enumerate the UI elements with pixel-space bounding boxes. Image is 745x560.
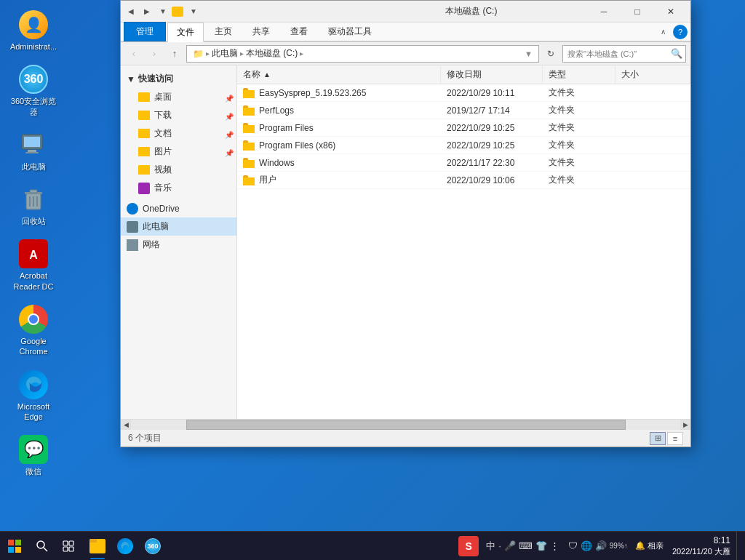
- svg-point-16: [37, 541, 44, 548]
- horizontal-scrollbar[interactable]: ◀ ▶: [121, 419, 690, 429]
- network-tray-icon[interactable]: 🌐: [581, 540, 592, 551]
- sidebar-item-desktop[interactable]: 桌面 📌: [121, 88, 236, 106]
- start-button[interactable]: [0, 532, 29, 561]
- punctuation-icon[interactable]: ·: [498, 540, 501, 551]
- volume-icon[interactable]: 🔊: [595, 540, 607, 551]
- chinese-input-icon[interactable]: 中: [486, 540, 495, 553]
- quick-access-header[interactable]: ▼ 快速访问: [121, 70, 236, 88]
- ribbon-tab-drivetools[interactable]: 驱动器工具: [319, 22, 381, 41]
- ribbon-tab-share[interactable]: 共享: [243, 22, 279, 41]
- close-button[interactable]: ✕: [654, 1, 688, 23]
- sidebar-thispc-label: 此电脑: [143, 220, 169, 233]
- menu-icon[interactable]: ⋮: [550, 540, 559, 551]
- col-header-size[interactable]: 大小: [615, 65, 690, 84]
- settings-icon[interactable]: 👕: [535, 540, 547, 551]
- scroll-left-button[interactable]: ◀: [121, 420, 131, 430]
- address-dropdown-btn[interactable]: ▼: [525, 49, 533, 58]
- file-name-cell: 用户: [237, 174, 441, 186]
- maximize-button[interactable]: □: [621, 1, 654, 23]
- taskbar-file-explorer-icon[interactable]: [84, 532, 111, 561]
- sidebar-item-thispc[interactable]: 此电脑: [121, 217, 236, 236]
- quick-access-back-btn[interactable]: ◀: [124, 4, 138, 19]
- taskbar-tray: 中 · 🎤 ⌨ 👕 ⋮: [482, 540, 564, 553]
- table-row[interactable]: Program Files 2022/10/29 10:25 文件夹: [237, 119, 690, 137]
- mic-icon[interactable]: 🎤: [504, 540, 516, 551]
- taskbar-360-icon-btn[interactable]: 360: [140, 532, 166, 561]
- folder-icon: [243, 140, 255, 151]
- edge-taskbar-icon: [117, 538, 133, 554]
- sidebar-item-downloads[interactable]: 下载 📌: [121, 106, 236, 124]
- address-bar[interactable]: 📁 ▸ 此电脑 ▸ 本地磁盘 (C:) ▸ ▼: [186, 45, 539, 63]
- sidebar-item-music[interactable]: 音乐: [121, 179, 236, 197]
- title-bar: ◀ ▶ ▼ ▼ 本地磁盘 (C:) ─ □ ✕: [121, 1, 690, 23]
- onedrive-icon: [127, 203, 138, 215]
- pictures-pin-icon: 📌: [225, 149, 231, 155]
- table-row[interactable]: EasySysprep_5.19.523.265 2022/10/29 10:1…: [237, 84, 690, 102]
- ribbon-tab-file[interactable]: 文件: [167, 23, 204, 42]
- sidebar-item-pictures[interactable]: 图片 📌: [121, 143, 236, 161]
- file-explorer-window: ◀ ▶ ▼ ▼ 本地磁盘 (C:) ─ □ ✕ 管理 文件 主页 共享 查看 驱…: [120, 0, 691, 447]
- ribbon-tab-home[interactable]: 主页: [205, 22, 242, 41]
- customize-btn[interactable]: ▼: [186, 4, 201, 19]
- sidebar-item-videos[interactable]: 视频: [121, 161, 236, 179]
- taskbar-search-button[interactable]: [29, 532, 55, 561]
- title-bar-left: ◀ ▶ ▼ ▼: [124, 4, 356, 19]
- shield-icon[interactable]: 🛡: [568, 540, 578, 551]
- keyboard-icon[interactable]: ⌨: [519, 540, 533, 551]
- table-row[interactable]: Program Files (x86) 2022/10/29 10:25 文件夹: [237, 137, 690, 154]
- desktop-icon-thispc[interactable]: 此电脑: [7, 127, 60, 175]
- ribbon-tab-manage[interactable]: 管理: [124, 22, 166, 41]
- quick-access-forward-btn[interactable]: ▶: [140, 4, 154, 19]
- quick-access-down-btn[interactable]: ▼: [156, 4, 170, 19]
- desktop: 👤 Administrat... 360 360安全浏览器: [0, 0, 745, 531]
- sidebar-item-onedrive[interactable]: OneDrive: [121, 200, 236, 217]
- table-row[interactable]: Windows 2022/11/17 22:30 文件夹: [237, 154, 690, 172]
- search-bar[interactable]: 🔍: [562, 45, 686, 63]
- taskbar-edge-icon-btn[interactable]: [112, 532, 138, 561]
- music-icon: [138, 183, 150, 194]
- ribbon-tab-view[interactable]: 查看: [281, 22, 317, 41]
- sidebar-item-documents[interactable]: 文档 📌: [121, 124, 236, 143]
- col-header-name[interactable]: 名称 ▲: [237, 65, 441, 84]
- show-desktop-button[interactable]: [736, 532, 741, 561]
- s-icon[interactable]: S: [458, 536, 479, 556]
- minimize-button[interactable]: ─: [587, 1, 621, 23]
- scroll-thumb[interactable]: [186, 420, 626, 430]
- table-row[interactable]: 用户 2022/10/29 10:06 文件夹: [237, 172, 690, 189]
- search-icon[interactable]: 🔍: [671, 48, 682, 59]
- scroll-right-button[interactable]: ▶: [680, 420, 690, 430]
- ribbon: 管理 文件 主页 共享 查看 驱动器工具 ∧ ?: [121, 23, 690, 42]
- sidebar-item-network[interactable]: 网络: [121, 236, 236, 254]
- scroll-track[interactable]: [131, 420, 680, 430]
- col-header-type[interactable]: 类型: [543, 65, 615, 84]
- network-icon: [127, 239, 138, 251]
- address-thispc: 📁: [193, 49, 204, 59]
- list-view-button[interactable]: ≡: [667, 432, 683, 445]
- ribbon-collapse-btn[interactable]: ∧: [656, 25, 670, 39]
- desktop-icon-wechat[interactable]: 💬 微信: [7, 432, 60, 479]
- desktop-icon-360browser[interactable]: 360 360安全浏览器: [7, 62, 60, 120]
- grid-view-button[interactable]: ⊞: [650, 432, 666, 445]
- svg-rect-12: [8, 540, 14, 545]
- desktop-icon-chrome[interactable]: Google Chrome: [7, 302, 60, 360]
- forward-button[interactable]: ›: [146, 45, 163, 63]
- ribbon-help-btn[interactable]: ?: [673, 25, 688, 39]
- status-bar: 6 个项目 ⊞ ≡: [121, 429, 690, 447]
- file-name: Program Files (x86): [259, 140, 335, 151]
- up-button[interactable]: ↑: [166, 45, 183, 63]
- file-name-cell: PerfLogs: [237, 105, 441, 116]
- search-input[interactable]: [567, 49, 668, 58]
- refresh-button[interactable]: ↻: [542, 45, 559, 63]
- svg-rect-20: [63, 547, 68, 551]
- file-type: 文件夹: [543, 139, 615, 151]
- file-modified: 2022/10/29 10:25: [441, 140, 543, 151]
- desktop-icon-recyclebin[interactable]: 回收站: [7, 182, 60, 229]
- task-view-button[interactable]: [55, 532, 81, 561]
- table-row[interactable]: PerfLogs 2019/12/7 17:14 文件夹: [237, 102, 690, 119]
- back-button[interactable]: ‹: [125, 45, 143, 63]
- taskbar-clock[interactable]: 8:11 2022/11/20 大雁: [668, 535, 735, 557]
- desktop-icon-administrator[interactable]: 👤 Administrat...: [7, 7, 60, 55]
- desktop-icon-acrobat[interactable]: A Acrobat Reader DC: [7, 236, 60, 295]
- col-header-modified[interactable]: 修改日期: [441, 65, 543, 84]
- desktop-icon-edge[interactable]: Microsoft Edge: [7, 367, 60, 425]
